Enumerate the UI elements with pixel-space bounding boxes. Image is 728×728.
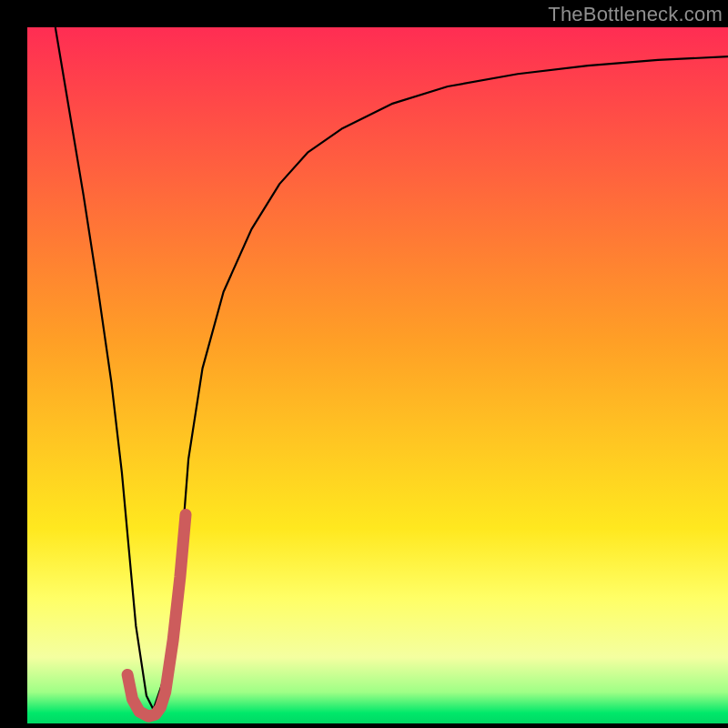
curves-layer (27, 27, 728, 723)
highlight-j (127, 515, 186, 717)
bottleneck-curve (56, 27, 728, 710)
plot-area (27, 27, 728, 723)
watermark-text: TheBottleneck.com (548, 3, 723, 26)
outer-frame: TheBottleneck.com (0, 0, 728, 728)
